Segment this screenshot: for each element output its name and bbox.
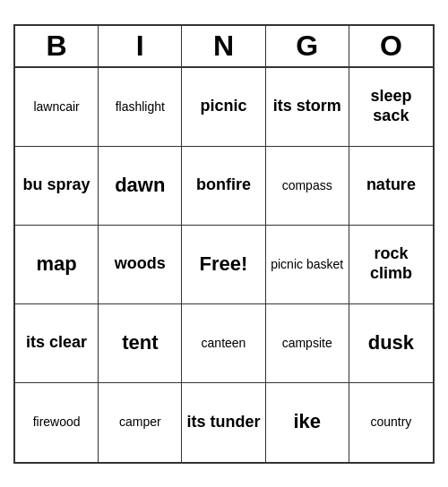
cell-r4-c1: camper <box>99 383 182 462</box>
cell-r0-c3: its storm <box>266 68 349 147</box>
cell-r0-c2: picnic <box>182 68 265 147</box>
cell-r0-c1: flashlight <box>99 68 182 147</box>
cell-r1-c3: compass <box>266 147 349 226</box>
cell-r3-c0: its clear <box>15 304 99 383</box>
bingo-grid: lawncairflashlightpicnicits stormsleep s… <box>15 68 433 462</box>
bingo-card: BINGO lawncairflashlightpicnicits storms… <box>13 24 435 464</box>
bingo-header: BINGO <box>15 26 433 68</box>
cell-r2-c1: woods <box>99 226 182 304</box>
cell-r0-c0: lawncair <box>15 68 99 147</box>
cell-r1-c0: bu spray <box>15 147 99 226</box>
cell-r0-c4: sleep sack <box>349 68 433 147</box>
cell-r2-c2: Free! <box>182 226 265 304</box>
cell-r3-c2: canteen <box>182 304 265 383</box>
cell-r4-c3: ike <box>266 383 349 462</box>
cell-r3-c1: tent <box>99 304 182 383</box>
header-letter-b: B <box>15 26 99 66</box>
header-letter-o: O <box>349 26 433 66</box>
cell-r4-c0: firewood <box>15 383 99 462</box>
cell-r2-c3: picnic basket <box>266 226 349 304</box>
cell-r4-c2: its tunder <box>182 383 265 462</box>
cell-r1-c1: dawn <box>99 147 182 226</box>
cell-r1-c4: nature <box>349 147 433 226</box>
header-letter-g: G <box>266 26 349 66</box>
cell-r2-c4: rock climb <box>349 226 433 304</box>
header-letter-n: N <box>182 26 265 66</box>
cell-r3-c4: dusk <box>349 304 433 383</box>
cell-r3-c3: campsite <box>266 304 349 383</box>
cell-r4-c4: country <box>349 383 433 462</box>
cell-r2-c0: map <box>15 226 99 304</box>
cell-r1-c2: bonfire <box>182 147 265 226</box>
header-letter-i: I <box>99 26 182 66</box>
